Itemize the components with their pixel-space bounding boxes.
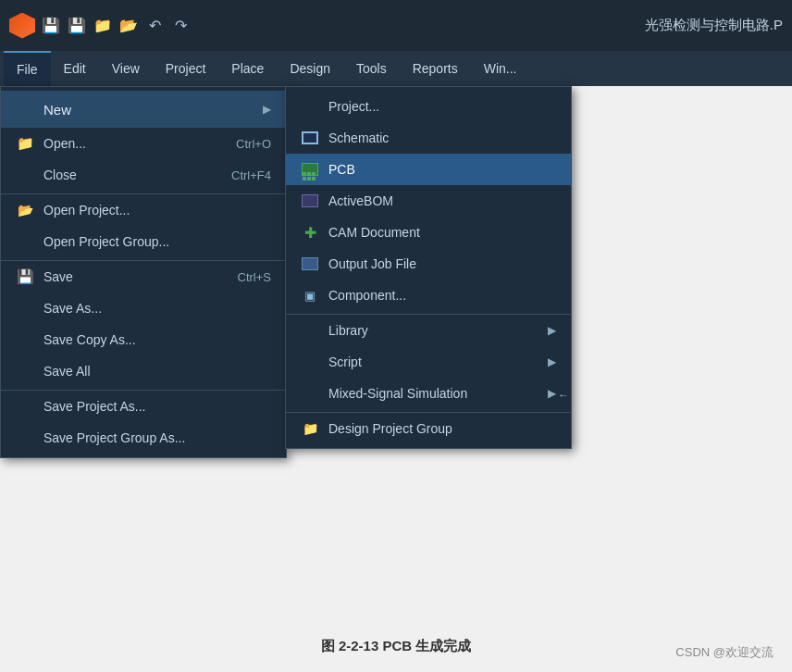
menu-tools[interactable]: Tools (343, 51, 400, 86)
submenu-item-schematic[interactable]: Schematic (286, 122, 571, 154)
save-project-icon (16, 397, 34, 416)
output-job-icon (301, 255, 319, 273)
menu-file[interactable]: File (4, 51, 51, 86)
window-title: 光强检测与控制电路.P (645, 17, 783, 34)
app-logo (9, 13, 35, 39)
caption-sub: CSDN @欢迎交流 (675, 644, 773, 661)
pcb-icon (301, 160, 319, 179)
menu-item-save-copy-as[interactable]: Save Copy As... (1, 324, 286, 355)
title-bar: 💾 💾 📁 📂 ↶ ↷ 光强检测与控制电路.P (0, 0, 792, 51)
new-arrow-icon: ▶ (263, 103, 271, 116)
submenu-item-script[interactable]: Script ▶ (286, 346, 571, 378)
back-arrow-icon: ← (558, 389, 569, 402)
menu-item-save-project-group-as[interactable]: Save Project Group As... (1, 422, 286, 454)
script-icon (301, 353, 319, 371)
close-icon (16, 166, 34, 184)
redo-icon[interactable]: ↷ (170, 16, 191, 36)
menu-project[interactable]: Project (153, 51, 219, 86)
schematic-icon (301, 129, 319, 147)
menu-item-close[interactable]: Close Ctrl+F4 (1, 159, 286, 191)
new-icon (16, 100, 34, 118)
open-folder-icon[interactable]: 📁 (93, 16, 113, 36)
new-submenu: Project... Schematic (285, 86, 572, 449)
caption-area: 图 2-2-13 PCB 生成完成 CSDN @欢迎交流 (0, 621, 792, 672)
menu-edit[interactable]: Edit (51, 51, 99, 86)
save-file-icon: 💾 (16, 268, 34, 286)
menu-window[interactable]: Win... (471, 51, 530, 86)
submenu-item-library[interactable]: Library ▶ (286, 314, 571, 346)
library-icon (301, 321, 319, 340)
submenu-item-component[interactable]: ▣ Component... (286, 280, 571, 311)
menu-item-save-project-as[interactable]: Save Project As... (1, 390, 286, 422)
save-icon[interactable]: 💾 (41, 16, 61, 36)
undo-icon[interactable]: ↶ (144, 16, 165, 36)
menu-item-save[interactable]: 💾 Save Ctrl+S (1, 260, 286, 292)
menu-design[interactable]: Design (277, 51, 343, 86)
menu-view[interactable]: View (99, 51, 153, 86)
menu-reports[interactable]: Reports (400, 51, 471, 86)
menu-item-open-project-group[interactable]: Open Project Group... (1, 226, 286, 257)
activebom-icon (301, 192, 319, 210)
design-project-group-icon: 📁 (301, 419, 319, 438)
project-icon (301, 97, 319, 116)
open-project-group-icon (16, 232, 34, 251)
caption-text: 图 2-2-13 PCB 生成完成 (321, 638, 472, 653)
cam-icon: ✚ (301, 223, 319, 242)
library-arrow-icon: ▶ (548, 324, 556, 337)
menu-item-save-as[interactable]: Save As... (1, 292, 286, 324)
save-as-icon (16, 299, 34, 317)
open2-icon[interactable]: 📂 (118, 16, 139, 36)
save-copy-icon (16, 330, 34, 349)
open-folder-icon: 📁 (16, 134, 34, 153)
open-project-icon: 📂 (16, 201, 34, 219)
save-all-icon[interactable]: 💾 (67, 16, 87, 36)
menu-item-save-all[interactable]: Save All (1, 355, 286, 387)
save-project-group-icon (16, 429, 34, 447)
dropdown-area: New ▶ 📁 Open... Ctrl+O Close Ctrl+F4 📂 O… (0, 86, 287, 458)
component-icon: ▣ (301, 286, 319, 305)
submenu-item-project[interactable]: Project... (286, 91, 571, 122)
submenu-item-cam[interactable]: ✚ CAM Document (286, 217, 571, 248)
script-arrow-icon: ▶ (548, 355, 556, 368)
submenu-item-activebom[interactable]: ActiveBOM (286, 185, 571, 217)
menu-bar: File Edit View Project Place Design Tool… (0, 51, 792, 86)
save-all-icon (16, 362, 34, 380)
menu-place[interactable]: Place (218, 51, 277, 86)
menu-item-new[interactable]: New ▶ (1, 91, 286, 128)
submenu-item-output-job[interactable]: Output Job File (286, 248, 571, 280)
menu-item-open-project[interactable]: 📂 Open Project... (1, 193, 286, 226)
submenu-item-design-project-group[interactable]: 📁 Design Project Group (286, 412, 571, 444)
mixed-signal-icon (301, 384, 319, 403)
menu-item-open[interactable]: 📁 Open... Ctrl+O (1, 128, 286, 159)
toolbar-left: 💾 💾 📁 📂 ↶ ↷ (9, 13, 191, 39)
submenu-item-mixed-signal[interactable]: Mixed-Signal Simulation ▶ (286, 378, 571, 409)
file-dropdown: New ▶ 📁 Open... Ctrl+O Close Ctrl+F4 📂 O… (0, 86, 287, 458)
submenu-item-pcb[interactable]: PCB (286, 154, 571, 185)
mixed-signal-arrow-icon: ▶ (548, 387, 556, 400)
